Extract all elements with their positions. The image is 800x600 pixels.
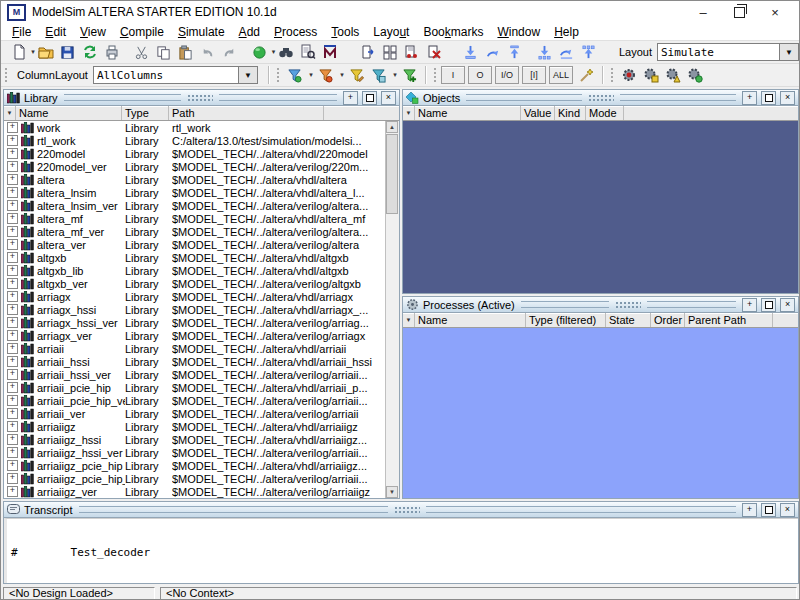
expand-icon[interactable]: +	[7, 135, 18, 146]
new-file-button[interactable]	[8, 42, 30, 62]
toolbar-drag-handle[interactable]	[276, 67, 280, 83]
toolbar-drag-handle[interactable]	[4, 67, 8, 83]
toolbar-drag-handle[interactable]	[433, 67, 437, 83]
filter-orange-dropdown[interactable]: ▾	[338, 71, 346, 79]
menu-edit[interactable]: Edit	[38, 24, 73, 40]
reload-button[interactable]	[79, 42, 101, 62]
expand-icon[interactable]: +	[7, 369, 18, 380]
layout-dropdown-button[interactable]: ▼	[779, 43, 799, 61]
continue-run-button[interactable]	[504, 42, 526, 62]
redo-button[interactable]	[219, 42, 241, 62]
column-kind[interactable]: Kind	[555, 106, 586, 120]
expand-icon[interactable]: +	[7, 161, 18, 172]
expand-icon[interactable]: +	[7, 473, 18, 484]
header-grip[interactable]	[588, 94, 614, 102]
library-row[interactable]: + arriagx_ver Library $MODEL_TECH/../alt…	[4, 329, 386, 342]
library-row[interactable]: + arriaiigz_hssi_ver Library $MODEL_TECH…	[4, 446, 386, 459]
expand-icon[interactable]: +	[7, 200, 18, 211]
filter-all-button[interactable]: ALL	[549, 66, 573, 84]
menu-simulate[interactable]: Simulate	[171, 24, 232, 40]
expand-icon[interactable]: +	[7, 187, 18, 198]
filter-green-button[interactable]	[399, 65, 421, 85]
header-grip[interactable]	[394, 506, 420, 514]
toolbar-drag-handle[interactable]	[610, 67, 614, 83]
library-row[interactable]: + altera_lnsim Library $MODEL_TECH/../al…	[4, 186, 386, 199]
filter-orange-button[interactable]	[315, 65, 337, 85]
filter-teal-dropdown[interactable]: ▾	[391, 71, 399, 79]
scroll-up-button[interactable]: ▲	[386, 121, 398, 133]
expand-icon[interactable]: +	[7, 239, 18, 250]
library-row[interactable]: + arriaii_hssi_ver Library $MODEL_TECH/.…	[4, 368, 386, 381]
expand-icon[interactable]: +	[7, 265, 18, 276]
header-grip[interactable]	[615, 301, 641, 309]
expand-icon[interactable]: +	[7, 408, 18, 419]
menu-window[interactable]: Window	[490, 24, 547, 40]
panel-float-button[interactable]	[761, 503, 776, 517]
expand-icon[interactable]: +	[7, 304, 18, 315]
panel-expand-button[interactable]: +	[343, 91, 358, 105]
layout-value[interactable]: Simulate	[657, 43, 779, 61]
column-filter-icon[interactable]: ▼	[403, 106, 415, 120]
library-row[interactable]: + altera_mf Library $MODEL_TECH/../alter…	[4, 212, 386, 225]
menu-process[interactable]: Process	[267, 24, 324, 40]
panel-expand-button[interactable]: +	[742, 503, 757, 517]
restart-button[interactable]	[460, 42, 482, 62]
library-row[interactable]: + altera_mf_ver Library $MODEL_TECH/../a…	[4, 225, 386, 238]
expand-icon[interactable]: +	[7, 213, 18, 224]
scroll-down-button[interactable]: ▼	[386, 486, 398, 498]
expand-icon[interactable]: +	[7, 382, 18, 393]
library-row[interactable]: + work Library rtl_work	[4, 121, 386, 134]
process-gear-add-button[interactable]	[684, 65, 706, 85]
panel-expand-button[interactable]: +	[742, 91, 757, 105]
panel-float-button[interactable]	[761, 91, 776, 105]
print-button[interactable]	[101, 42, 123, 62]
menu-tools[interactable]: Tools	[324, 24, 366, 40]
simulate-button[interactable]	[401, 42, 423, 62]
menu-help[interactable]: Help	[547, 24, 586, 40]
run-continue-button[interactable]	[556, 42, 578, 62]
library-row[interactable]: + arriagx_hssi Library $MODEL_TECH/../al…	[4, 303, 386, 316]
column-value[interactable]: Value	[521, 106, 555, 120]
compile-button[interactable]	[357, 42, 379, 62]
expand-icon[interactable]: +	[7, 421, 18, 432]
menu-layout[interactable]: Layout	[366, 24, 416, 40]
filter-internal-button[interactable]: [I]	[522, 66, 546, 84]
undo-button[interactable]	[197, 42, 219, 62]
copy-button[interactable]	[153, 42, 175, 62]
panel-float-button[interactable]	[761, 298, 776, 312]
column-mode[interactable]: Mode	[586, 106, 624, 120]
library-row[interactable]: + arriaii_hssi Library $MODEL_TECH/../al…	[4, 355, 386, 368]
columnlayout-value[interactable]: AllColumns	[93, 66, 238, 84]
expand-icon[interactable]: +	[7, 226, 18, 237]
expand-icon[interactable]: +	[7, 356, 18, 367]
column-type-filtered[interactable]: Type (filtered)	[526, 313, 606, 327]
column-filter-icon[interactable]: ▼	[4, 106, 16, 120]
column-filter-icon[interactable]: ▼	[403, 313, 415, 327]
filter-in-button[interactable]: I	[441, 66, 465, 84]
column-type[interactable]: Type	[122, 106, 169, 120]
objects-panel-header[interactable]: Objects + ×	[403, 90, 798, 106]
title-bar[interactable]: M ModelSim ALTERA STARTER EDITION 10.1d …	[1, 1, 799, 23]
column-parent-path[interactable]: Parent Path	[685, 313, 773, 327]
filter-blue-button[interactable]	[284, 65, 306, 85]
expand-icon[interactable]: +	[7, 174, 18, 185]
panel-close-button[interactable]: ×	[780, 298, 795, 312]
column-order[interactable]: Order	[651, 313, 685, 327]
library-row[interactable]: + altera_lnsim_ver Library $MODEL_TECH/.…	[4, 199, 386, 212]
minimize-button[interactable]: –	[685, 1, 721, 23]
expand-icon[interactable]: +	[7, 486, 18, 497]
filter-teal-button[interactable]	[368, 65, 390, 85]
panel-expand-button[interactable]: +	[742, 298, 757, 312]
library-row[interactable]: + 220model Library $MODEL_TECH/../altera…	[4, 147, 386, 160]
expand-icon[interactable]: +	[7, 148, 18, 159]
expand-icon[interactable]: +	[7, 447, 18, 458]
modelsim-doc-button[interactable]	[319, 42, 341, 62]
menu-file[interactable]: File	[5, 24, 38, 40]
library-row[interactable]: + altgxb Library $MODEL_TECH/../altera/v…	[4, 251, 386, 264]
filter-inout-button[interactable]: I/O	[495, 66, 519, 84]
filter-blue-dropdown[interactable]: ▾	[307, 71, 315, 79]
expand-icon[interactable]: +	[7, 460, 18, 471]
process-gear-lock-button[interactable]	[640, 65, 662, 85]
expand-icon[interactable]: +	[7, 278, 18, 289]
filter-out-button[interactable]: O	[468, 66, 492, 84]
